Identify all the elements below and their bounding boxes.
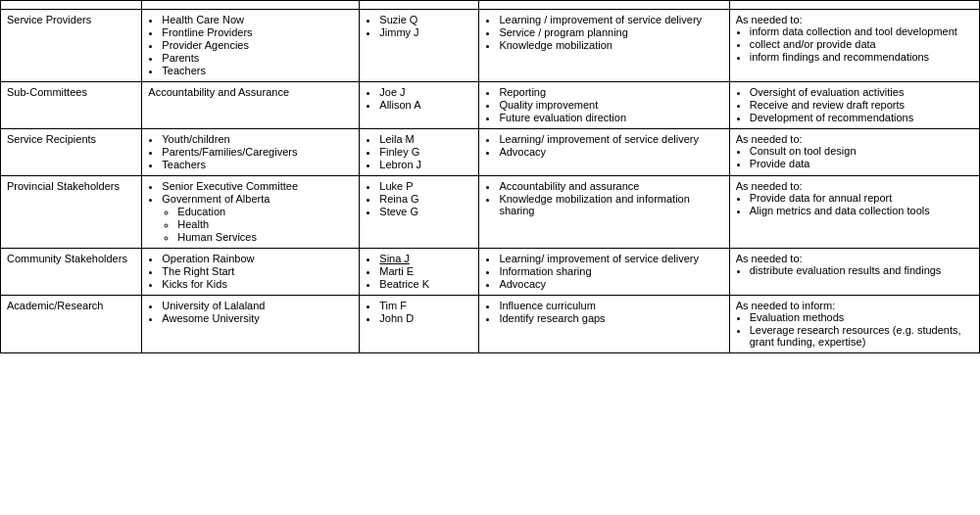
cell-purpose: Learning/ improvement of service deliver… [479,249,729,296]
cell-type: Service Recipients [1,129,142,176]
cell-type: Community Stakeholders [1,249,142,296]
list-item: Advocacy [499,278,722,290]
involvement-intro: As needed to: [736,180,803,192]
list-item: Steve G [379,206,472,217]
list-item: Jimmy J [379,26,472,38]
cell-involvement: As needed to:Consult on tool designProvi… [729,129,979,176]
cell-contacts: Luke PReina GSteve G [360,176,479,249]
cell-purpose: Learning/ improvement of service deliver… [479,129,729,176]
header-groups [142,1,360,10]
cell-groups: University of LalalandAwesome University [142,296,360,353]
list-item: Receive and review draft reports [750,99,973,111]
list-item: Learning/ improvement of service deliver… [499,133,722,145]
involvement-intro: As needed to: [736,14,803,25]
list-item: Knowledge mobilization and information s… [499,193,722,216]
cell-type: Sub-Committees [1,82,142,129]
list-item: Accountability and assurance [499,180,722,192]
cell-purpose: Influence curriculumIdentify research ga… [479,296,729,353]
list-item: Suzie Q [379,14,472,25]
list-item: Senior Executive Committee [162,180,353,192]
list-item: Finley G [379,146,472,158]
list-item: Teachers [162,65,353,76]
list-item: Advocacy [499,146,722,158]
cell-contacts: Tim FJohn D [360,296,479,353]
list-item: Luke P [379,180,472,192]
cell-purpose: Learning / improvement of service delive… [479,10,729,82]
cell-purpose: ReportingQuality improvementFuture evalu… [479,82,729,129]
cell-groups: Health Care NowFrontline ProvidersProvid… [142,10,360,82]
list-item: Operation Rainbow [162,253,353,264]
list-item: Beatrice K [379,278,472,290]
cell-groups: Accountability and Assurance [142,82,360,129]
cell-groups: Operation RainbowThe Right StartKicks fo… [142,249,360,296]
list-item: Health [177,218,353,230]
cell-contacts: Joe JAllison A [360,82,479,129]
list-item: Evaluation methods [750,311,973,323]
table-row: Provincial StakeholdersSenior Executive … [1,176,980,249]
list-item: Lebron J [379,159,472,170]
list-item: Sina J [379,253,472,264]
cell-involvement: As needed to:distribute evaluation resul… [729,249,979,296]
header-involvement [729,1,979,10]
list-item: The Right Start [162,265,353,277]
list-item: Provide data for annual report [750,192,973,204]
involvement-intro: As needed to: [736,133,803,145]
cell-groups: Youth/childrenParents/Families/Caregiver… [142,129,360,176]
header-contacts [360,1,479,10]
list-item: collect and/or provide data [750,38,973,50]
cell-contacts: Leila MFinley GLebron J [360,129,479,176]
list-item: Human Services [177,231,353,243]
list-item: Development of recommendations [750,112,973,123]
table-row: Community StakeholdersOperation RainbowT… [1,249,980,296]
stakeholders-table: Service ProvidersHealth Care NowFrontlin… [0,0,980,353]
list-item: Marti E [379,265,472,277]
list-item: Quality improvement [499,99,722,111]
cell-type: Academic/Research [1,296,142,353]
list-item: Awesome University [162,312,353,324]
table-row: Academic/ResearchUniversity of LalalandA… [1,296,980,353]
list-item: Future evaluation direction [499,112,722,123]
list-item: Tim F [379,300,472,311]
list-item: John D [379,312,472,324]
list-item: Education [177,206,353,217]
cell-contacts: Sina JMarti EBeatrice K [360,249,479,296]
cell-purpose: Accountability and assuranceKnowledge mo… [479,176,729,249]
list-item: Consult on tool design [750,145,973,157]
list-item: Parents [162,52,353,64]
cell-involvement: Oversight of evaluation activitiesReceiv… [729,82,979,129]
list-item: Reina G [379,193,472,205]
involvement-intro: As needed to inform: [736,300,836,311]
list-item: distribute evaluation results and findin… [750,264,973,276]
list-item: Frontline Providers [162,26,353,38]
list-item: Kicks for Kids [162,278,353,290]
cell-groups: Senior Executive CommitteeGovernment of … [142,176,360,249]
list-item: Joe J [379,86,472,98]
list-item: Teachers [162,159,353,170]
list-item: Provider Agencies [162,39,353,51]
cell-type: Service Providers [1,10,142,82]
list-item: Leverage research resources (e.g. studen… [750,324,973,348]
list-item: Health Care Now [162,14,353,25]
table-row: Service RecipientsYouth/childrenParents/… [1,129,980,176]
list-item: Influence curriculum [499,300,722,311]
list-item: Learning/ improvement of service deliver… [499,253,722,264]
list-item: Youth/children [162,133,353,145]
table-row: Service ProvidersHealth Care NowFrontlin… [1,10,980,82]
cell-involvement: As needed to:inform data collection and … [729,10,979,82]
list-item: University of Lalaland [162,300,353,311]
list-item: Identify research gaps [499,312,722,324]
list-item: Government of AlbertaEducationHealthHuma… [162,193,353,243]
list-item: Align metrics and data collection tools [750,205,973,216]
cell-contacts: Suzie QJimmy J [360,10,479,82]
list-item: Allison A [379,99,472,111]
list-item: Reporting [499,86,722,98]
list-item: inform findings and recommendations [750,51,973,63]
header-types [1,1,142,10]
list-item: Oversight of evaluation activities [750,86,973,98]
involvement-intro: As needed to: [736,253,803,264]
cell-involvement: As needed to inform:Evaluation methodsLe… [729,296,979,353]
list-item: Learning / improvement of service delive… [499,14,722,25]
list-item: Provide data [750,158,973,169]
table-row: Sub-CommitteesAccountability and Assuran… [1,82,980,129]
list-item: Service / program planning [499,26,722,38]
